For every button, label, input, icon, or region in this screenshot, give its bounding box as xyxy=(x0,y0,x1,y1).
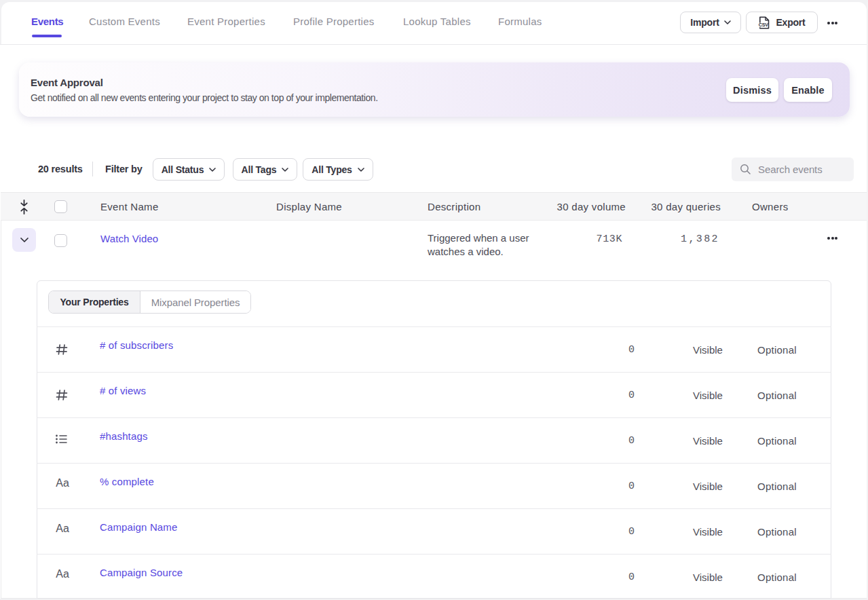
svg-text:CSV: CSV xyxy=(759,22,768,28)
